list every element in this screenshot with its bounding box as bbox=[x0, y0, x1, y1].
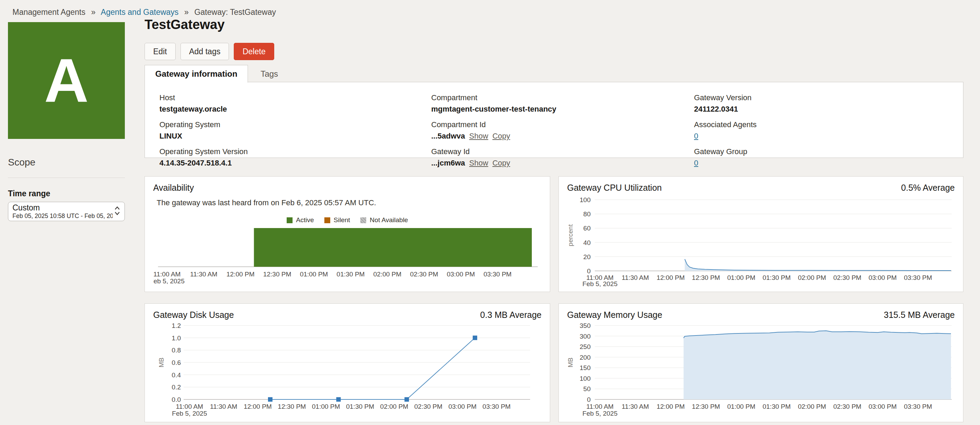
svg-text:12:30 PM: 12:30 PM bbox=[263, 271, 291, 278]
copy-link[interactable]: Copy bbox=[492, 132, 510, 140]
field-label: Gateway Group bbox=[694, 147, 948, 156]
gateway-group-link[interactable]: 0 bbox=[694, 159, 698, 167]
legend-swatch bbox=[287, 217, 293, 223]
field-gateway-version: Gateway Version 241122.0341 bbox=[694, 93, 948, 114]
cpu-utilization-card: Gateway CPU Utilization 0.5% Average 020… bbox=[558, 176, 963, 292]
field-compartment-id: Compartment Id ...5adwvaShowCopy bbox=[431, 120, 694, 141]
field-label: Compartment bbox=[431, 93, 694, 102]
show-link[interactable]: Show bbox=[469, 159, 488, 167]
svg-text:01:00 PM: 01:00 PM bbox=[727, 274, 755, 281]
field-value: mgmtagent-customer-test-tenancy bbox=[431, 105, 694, 114]
svg-text:03:00 PM: 03:00 PM bbox=[449, 403, 477, 410]
svg-text:0.0: 0.0 bbox=[172, 396, 181, 403]
svg-text:12:00 PM: 12:00 PM bbox=[657, 403, 685, 410]
field-value: testgateway.oracle bbox=[159, 105, 431, 114]
tab-gateway-information[interactable]: Gateway information bbox=[145, 65, 248, 82]
time-range-select[interactable]: Custom Feb 05, 2025 10:58 UTC - Feb 05, … bbox=[8, 202, 125, 221]
tab-tags[interactable]: Tags bbox=[248, 65, 291, 82]
svg-text:0: 0 bbox=[587, 396, 591, 403]
cpu-average-value: 0.5% Average bbox=[901, 183, 955, 193]
field-label: Gateway Version bbox=[694, 93, 948, 102]
cpu-chart-title: Gateway CPU Utilization bbox=[567, 183, 662, 193]
time-range-value: Custom bbox=[13, 203, 113, 212]
breadcrumb-separator: » bbox=[91, 8, 95, 17]
svg-text:11:30 AM: 11:30 AM bbox=[210, 403, 237, 410]
svg-text:02:30 PM: 02:30 PM bbox=[834, 274, 861, 281]
time-range-text: Custom Feb 05, 2025 10:58 UTC - Feb 05, … bbox=[13, 203, 113, 219]
svg-text:01:00 PM: 01:00 PM bbox=[312, 403, 340, 410]
field-associated-agents: Associated Agents 0 bbox=[694, 120, 948, 141]
breadcrumb-separator: » bbox=[184, 8, 189, 17]
svg-text:60: 60 bbox=[583, 225, 591, 232]
field-label: Associated Agents bbox=[694, 120, 948, 129]
svg-text:01:30 PM: 01:30 PM bbox=[346, 403, 374, 410]
field-value: LINUX bbox=[159, 132, 431, 141]
svg-text:11:30 AM: 11:30 AM bbox=[622, 274, 649, 281]
copy-link[interactable]: Copy bbox=[492, 159, 510, 167]
field-label: Compartment Id bbox=[431, 120, 694, 129]
avatar-letter: A bbox=[44, 50, 89, 111]
svg-text:Feb 5, 2025: Feb 5, 2025 bbox=[582, 410, 617, 417]
svg-text:1.0: 1.0 bbox=[172, 335, 181, 342]
legend-item: Active bbox=[287, 216, 314, 224]
tab-bar: Gateway information Tags bbox=[145, 65, 291, 82]
associated-agents-link[interactable]: 0 bbox=[694, 132, 698, 140]
legend-item: Not Available bbox=[360, 216, 408, 224]
disk-average-value: 0.3 MB Average bbox=[480, 310, 541, 320]
time-range-label: Time range bbox=[8, 189, 125, 198]
edit-button[interactable]: Edit bbox=[145, 43, 176, 60]
svg-text:02:30 PM: 02:30 PM bbox=[834, 403, 861, 410]
info-column-2: Compartment mgmtagent-customer-test-tena… bbox=[431, 93, 694, 168]
svg-text:50: 50 bbox=[583, 385, 591, 393]
svg-text:0.4: 0.4 bbox=[172, 371, 181, 379]
svg-text:Feb 5, 2025: Feb 5, 2025 bbox=[582, 280, 617, 287]
svg-text:01:00 PM: 01:00 PM bbox=[727, 403, 755, 410]
legend-swatch bbox=[325, 217, 330, 223]
page-title: TestGateway bbox=[145, 17, 225, 32]
svg-text:11:00 AM: 11:00 AM bbox=[176, 403, 203, 410]
svg-text:150: 150 bbox=[579, 364, 591, 371]
delete-button[interactable]: Delete bbox=[234, 43, 274, 60]
memory-average-value: 315.5 MB Average bbox=[884, 310, 955, 320]
breadcrumb-link-agents-and-gateways[interactable]: Agents and Gateways bbox=[101, 8, 178, 17]
svg-text:200: 200 bbox=[579, 354, 591, 361]
field-gateway-id: Gateway Id ...jcm6waShowCopy bbox=[431, 147, 694, 168]
svg-text:03:30 PM: 03:30 PM bbox=[904, 403, 932, 410]
memory-chart-title: Gateway Memory Usage bbox=[567, 310, 662, 320]
svg-text:0.6: 0.6 bbox=[172, 359, 181, 366]
svg-text:01:30 PM: 01:30 PM bbox=[762, 403, 791, 410]
field-label: Operating System Version bbox=[159, 147, 431, 156]
sidebar-divider bbox=[8, 178, 125, 178]
legend-swatch bbox=[360, 217, 366, 223]
breadcrumb-item-management-agents: Management Agents bbox=[13, 8, 86, 17]
svg-text:300: 300 bbox=[579, 333, 591, 340]
field-operating-system: Operating System LINUX bbox=[159, 120, 431, 141]
svg-text:Feb 5, 2025: Feb 5, 2025 bbox=[153, 278, 185, 284]
svg-text:02:00 PM: 02:00 PM bbox=[798, 274, 826, 281]
svg-text:MB: MB bbox=[567, 358, 574, 368]
svg-text:0: 0 bbox=[587, 268, 591, 275]
svg-text:80: 80 bbox=[583, 211, 591, 218]
field-value: 0 bbox=[694, 132, 948, 141]
show-link[interactable]: Show bbox=[469, 132, 488, 140]
card-header: Gateway Disk Usage 0.3 MB Average bbox=[153, 310, 541, 320]
card-header: Availability bbox=[153, 183, 541, 193]
svg-text:Feb 5, 2025: Feb 5, 2025 bbox=[172, 410, 207, 417]
field-operating-system-version: Operating System Version 4.14.35-2047.51… bbox=[159, 147, 431, 168]
gateway-avatar: A bbox=[8, 22, 125, 139]
field-value: 4.14.35-2047.518.4.1 bbox=[159, 159, 431, 168]
gateway-information-panel: Host testgateway.oracle Operating System… bbox=[145, 82, 963, 158]
svg-text:01:00 PM: 01:00 PM bbox=[300, 271, 328, 278]
svg-text:03:00 PM: 03:00 PM bbox=[869, 403, 897, 410]
svg-text:12:30 PM: 12:30 PM bbox=[278, 403, 306, 410]
field-gateway-group: Gateway Group 0 bbox=[694, 147, 948, 168]
truncated-ocid: ...5adwva bbox=[431, 132, 465, 140]
field-compartment: Compartment mgmtagent-customer-test-tena… bbox=[431, 93, 694, 114]
svg-text:11:30 AM: 11:30 AM bbox=[622, 403, 649, 410]
time-range-detail: Feb 05, 2025 10:58 UTC - Feb 05, 2025 15… bbox=[13, 212, 113, 220]
svg-text:02:30 PM: 02:30 PM bbox=[410, 271, 438, 278]
sidebar: A Scope Time range Custom Feb 05, 2025 1… bbox=[8, 22, 125, 221]
add-tags-button[interactable]: Add tags bbox=[180, 43, 229, 60]
breadcrumb-item-gateway: Gateway: TestGateway bbox=[194, 8, 276, 17]
availability-title: Availability bbox=[153, 183, 194, 193]
